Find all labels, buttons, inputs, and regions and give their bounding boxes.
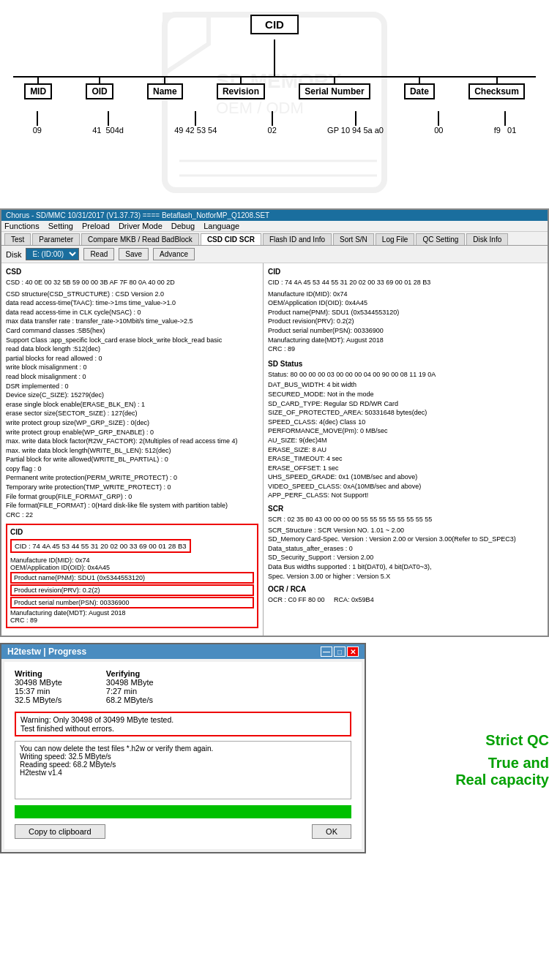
- right-cid-header: CID: [268, 268, 543, 276]
- copy-to-clipboard-button[interactable]: Copy to clipboard: [15, 824, 105, 839]
- h2testw-title: H2testw | Progress: [7, 647, 86, 657]
- checksum-box: Checksum: [468, 83, 525, 99]
- scr-lines: SCR_Structure : SCR Version NO. 1.01 ~ 2…: [268, 526, 543, 581]
- prv-highlight: Product revision(PRV): 0.2(2): [10, 584, 254, 596]
- verifying-speed: 68.2 MByte/s: [106, 696, 154, 704]
- sd-status-raw: Status: 80 00 00 00 03 00 00 00 04 00 90…: [268, 370, 543, 380]
- true-capacity-label: True and Real capacity: [373, 755, 549, 788]
- tab-csd-cid-scr[interactable]: CSD CID SCR: [201, 233, 261, 245]
- tabs-row: Test Parameter Compare MKB / Read BadBlo…: [1, 232, 548, 246]
- tab-test[interactable]: Test: [4, 233, 31, 245]
- oid-box: OID: [86, 83, 113, 99]
- verifying-stats: Verifying 30498 MByte 7:27 min 68.2 MByt…: [106, 669, 154, 704]
- menu-driver-mode[interactable]: Driver Mode: [119, 222, 163, 230]
- close-button[interactable]: ✕: [347, 647, 359, 657]
- menu-functions[interactable]: Functions: [4, 222, 40, 230]
- serial-values: GP 10 94 5a a0: [327, 126, 384, 135]
- disk-label: Disk: [6, 250, 21, 259]
- cid-raw-highlighted: CID : 74 4A 45 53 44 55 31 20 02 00 33 6…: [10, 539, 191, 553]
- menu-setting[interactable]: Setting: [48, 222, 73, 230]
- pnm-highlight: Product name(PNM): SDU1 (0x5344553120): [10, 572, 254, 584]
- sd-card-watermark: SD MEMORY OEM / ODM: [150, 7, 399, 197]
- writing-size: 30498 MByte: [15, 678, 62, 687]
- save-button[interactable]: Save: [119, 248, 149, 260]
- revision-box: Revision: [217, 83, 265, 99]
- tab-disk-info[interactable]: Disk Info: [466, 233, 508, 245]
- cid-vertical-line: [274, 39, 275, 76]
- text-line-1: You can now delete the test files *.h2w …: [20, 745, 346, 753]
- disk-select-row: Disk E: (ID:00) Read Save Advance: [1, 246, 548, 263]
- mid-value: 09: [33, 126, 42, 135]
- disk-selector[interactable]: E: (ID:00): [26, 248, 79, 260]
- oid-values: 41 504d: [92, 126, 124, 135]
- menu-preload[interactable]: Preload: [82, 222, 110, 230]
- read-button[interactable]: Read: [83, 248, 114, 260]
- progress-bar: [15, 805, 351, 818]
- menu-language[interactable]: Language: [203, 222, 239, 230]
- writing-label: Writing: [15, 669, 62, 678]
- cid-highlight-box: CID CID : 74 4A 45 53 44 55 31 20 02 00 …: [6, 524, 258, 628]
- svg-text:OEM / ODM: OEM / ODM: [216, 99, 304, 117]
- date-value: 00: [434, 126, 443, 135]
- ocr-line: OCR : C0 FF 80 00 RCA: 0x59B4: [268, 595, 543, 605]
- svg-marker-1: [165, 15, 209, 73]
- verifying-size: 30498 MByte: [106, 678, 154, 687]
- serial-number-box: Serial Number: [299, 83, 370, 99]
- values-row: 09 41 504d 49 42 53 54 02 GP 10 94 5a a0…: [0, 126, 549, 135]
- h2testw-window: H2testw | Progress — □ ✕ Writing 30498 M…: [0, 643, 366, 853]
- writing-stats: Writing 30498 MByte 15:37 min 32.5 MByte…: [15, 669, 62, 704]
- tab-compare-mkb[interactable]: Compare MKB / Read BadBlock: [81, 233, 199, 245]
- ok-button[interactable]: OK: [312, 824, 351, 839]
- h2testw-text-area: You can now delete the test files *.h2w …: [15, 741, 351, 799]
- csd-lines: CSD structure(CSD_STRUCTURE) : CSD Versi…: [6, 290, 258, 520]
- advance-button[interactable]: Advance: [153, 248, 195, 260]
- writing-speed: 32.5 MByte/s: [15, 696, 62, 704]
- h2testw-footer: Copy to clipboard OK: [15, 821, 351, 842]
- h2testw-titlebar: H2testw | Progress — □ ✕: [1, 644, 365, 659]
- warning-line2: Test finished without errors.: [20, 724, 346, 733]
- bottom-section: H2testw | Progress — □ ✕ Writing 30498 M…: [0, 637, 549, 853]
- h2testw-stats: Writing 30498 MByte 15:37 min 32.5 MByte…: [15, 669, 351, 704]
- name-values: 49 42 53 54: [174, 126, 217, 135]
- sd-status-lines: DAT_BUS_WIDTH: 4 bit width SECURED_MODE:…: [268, 380, 543, 500]
- cid-box: CID: [250, 15, 299, 34]
- diagram-section: SD MEMORY OEM / ODM CID MID OID Name Rev…: [0, 0, 549, 208]
- app-window: Chorus - SD/MMC 10/31/2017 (V1.37.73) ==…: [0, 208, 549, 637]
- csd-raw: CSD : 40 0E 00 32 5B 59 00 00 3B AF 7F 8…: [6, 278, 258, 287]
- h-connector-line: [13, 76, 536, 78]
- menu-debug[interactable]: Debug: [171, 222, 195, 230]
- h2testw-container: H2testw | Progress — □ ✕ Writing 30498 M…: [0, 637, 366, 853]
- tab-qc-setting[interactable]: QC Setting: [416, 233, 465, 245]
- warning-line1: Warning: Only 30498 of 30499 MByte teste…: [20, 715, 346, 724]
- cid-right-panel: CID CID : 74 4A 45 53 44 55 31 20 02 00 …: [264, 263, 548, 636]
- cid-highlight-header: CID: [10, 528, 254, 536]
- scr-raw: SCR : 02 35 80 43 00 00 00 00 55 55 55 5…: [268, 515, 543, 524]
- right-cid-raw: CID : 74 4A 45 53 44 55 31 20 02 00 33 6…: [268, 278, 543, 287]
- verifying-time: 7:27 min: [106, 687, 154, 696]
- app-titlebar: Chorus - SD/MMC 10/31/2017 (V1.37.73) ==…: [1, 210, 548, 221]
- text-line-3: Reading speed: 68.2 MByte/s: [20, 761, 346, 769]
- h2testw-warning: Warning: Only 30498 of 30499 MByte teste…: [15, 712, 351, 736]
- sd-status-header: SD Status: [268, 360, 543, 368]
- verifying-label: Verifying: [106, 669, 154, 678]
- strict-qc-label: Strict QC: [373, 732, 549, 749]
- app-menubar: Functions Setting Preload Driver Mode De…: [1, 221, 548, 232]
- checksum-values: f9 01: [494, 126, 517, 135]
- minimize-button[interactable]: —: [321, 647, 332, 657]
- csd-left-panel: CSD CSD : 40 0E 00 32 5B 59 00 00 3B AF …: [1, 263, 264, 636]
- tab-parameter[interactable]: Parameter: [32, 233, 80, 245]
- name-box: Name: [147, 83, 183, 99]
- text-line-4: H2testw v1.4: [20, 769, 346, 777]
- tab-flash-id[interactable]: Flash ID and Info: [263, 233, 332, 245]
- maximize-button[interactable]: □: [334, 647, 346, 657]
- csd-header: CSD: [6, 268, 258, 276]
- right-cid-lines: Manufacture ID(MID): 0x74 OEM/Applicatio…: [268, 290, 543, 354]
- content-split: CSD CSD : 40 0E 00 32 5B 59 00 00 3B AF …: [1, 263, 548, 636]
- scr-header: SCR: [268, 505, 543, 513]
- tab-log-file[interactable]: Log File: [376, 233, 415, 245]
- cid-highlight-lines: Manufacture ID(MID): 0x74 OEM/Applicatio…: [10, 557, 254, 624]
- titlebar-buttons: — □ ✕: [321, 647, 359, 657]
- mid-box: MID: [24, 83, 52, 99]
- tab-sort-sn[interactable]: Sort S/N: [333, 233, 374, 245]
- child-boxes-row: MID OID Name Revision Serial Number Date…: [0, 83, 549, 99]
